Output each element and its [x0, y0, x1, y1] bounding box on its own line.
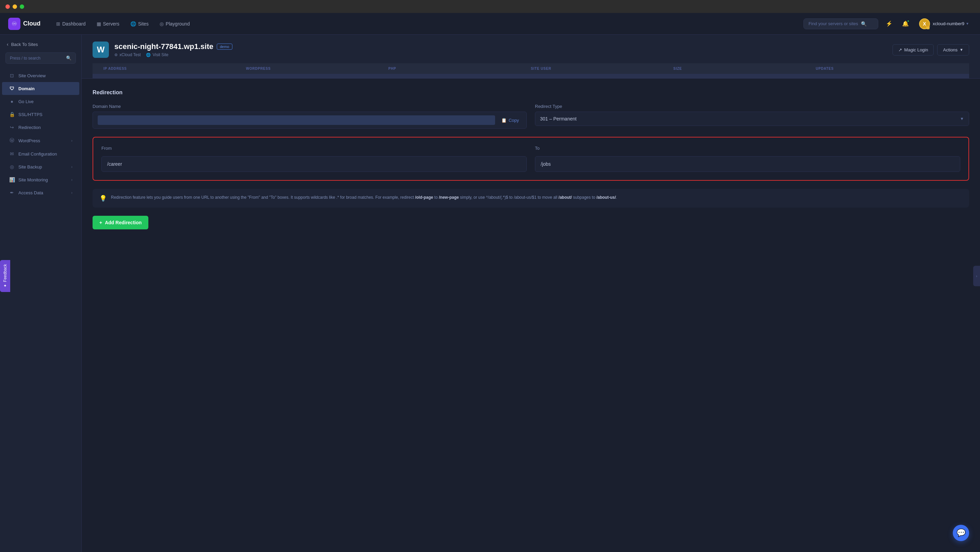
nav-item-playground[interactable]: ◎ Playground	[155, 18, 195, 29]
nav-label-sites: Sites	[138, 21, 149, 27]
search-placeholder: Find your servers or sites	[808, 21, 858, 26]
sidebar-item-redirection[interactable]: ↪ Redirection	[2, 121, 79, 134]
sidebar-item-label: Site Backup	[18, 164, 42, 169]
redirection-icon: ↪	[9, 124, 15, 130]
content-area: W scenic-night-77841.wp1.site demo ⚙ xCl…	[82, 35, 980, 552]
global-search[interactable]: Find your servers or sites 🔍	[803, 18, 878, 29]
user-menu[interactable]: X 👑 xcloud-number9 ▼	[916, 17, 972, 31]
sidebar-search[interactable]: Press / to search 🔍	[5, 52, 76, 64]
sidebar-item-label: Go Live	[18, 99, 34, 104]
window-minimize-dot[interactable]	[13, 5, 17, 9]
right-collapse-handle[interactable]: ›	[973, 266, 980, 286]
nav-item-servers[interactable]: ▦ Servers	[92, 18, 124, 29]
actions-label: Actions	[943, 47, 958, 52]
xcloud-icon: ⚙	[115, 53, 118, 57]
main-content: Redirection Domain Name 📋 Copy Redirect …	[82, 79, 980, 552]
stats-loading-bar	[92, 74, 969, 78]
sidebar-item-email-config[interactable]: ✉ Email Configuration	[2, 147, 79, 160]
sidebar-item-ssl-https[interactable]: 🔒 SSL/HTTPS	[2, 108, 79, 121]
stat-size: SIZE	[673, 67, 816, 70]
search-icon: 🔍	[861, 21, 867, 27]
from-input[interactable]: /career	[102, 156, 527, 172]
dashboard-icon: ⊞	[56, 21, 60, 27]
domain-icon: 🛡	[9, 86, 15, 91]
section-title: Redirection	[92, 89, 969, 95]
sidebar-item-access-data[interactable]: ✒ Access Data ›	[2, 186, 79, 199]
info-icon: 💡	[99, 195, 107, 202]
add-icon: +	[99, 220, 102, 225]
copy-icon: 📋	[501, 118, 507, 123]
notifications-button[interactable]: 🔔	[900, 18, 911, 29]
sidebar: ‹ Back To Sites Press / to search 🔍 ⊡ Si…	[0, 35, 82, 552]
stat-wordpress: WORDPRESS	[246, 67, 388, 70]
add-redirection-button[interactable]: + Add Redirection	[92, 216, 148, 229]
sidebar-item-go-live[interactable]: ● Go Live	[2, 95, 79, 108]
back-chevron-icon: ‹	[7, 41, 8, 47]
from-to-grid: From /career To /jobs	[102, 146, 960, 172]
sidebar-item-label: WordPress	[18, 138, 40, 143]
copy-label: Copy	[509, 118, 519, 123]
visit-site-text: Visit Site	[153, 52, 168, 57]
chat-button[interactable]: 💬	[953, 525, 969, 541]
visit-icon: 🌐	[146, 53, 151, 57]
site-name: scenic-night-77841.wp1.site demo	[115, 42, 887, 51]
site-name-text: scenic-night-77841.wp1.site	[115, 42, 213, 51]
window-maximize-dot[interactable]	[20, 5, 24, 9]
feedback-label: ✦ Feedback	[3, 264, 8, 288]
sidebar-item-label: SSL/HTTPS	[18, 112, 43, 117]
magic-login-label: Magic Login	[904, 47, 928, 52]
sidebar-item-site-backup[interactable]: ◎ Site Backup ›	[2, 160, 79, 173]
feedback-tab[interactable]: ✦ Feedback	[0, 260, 10, 292]
window-close-dot[interactable]	[5, 5, 10, 9]
sidebar-item-site-monitoring[interactable]: 📊 Site Monitoring ›	[2, 173, 79, 186]
xcloud-test-link[interactable]: ⚙ xCloud Test	[115, 52, 140, 57]
info-box: 💡 Redirection feature lets you guide use…	[92, 189, 969, 208]
nav-label-playground: Playground	[166, 21, 190, 27]
user-chevron-icon: ▼	[966, 22, 969, 25]
email-icon: ✉	[9, 151, 15, 157]
nav-item-dashboard[interactable]: ⊞ Dashboard	[51, 18, 91, 29]
visit-site-link[interactable]: 🌐 Visit Site	[146, 52, 168, 57]
nav-item-sites[interactable]: 🌐 Sites	[126, 18, 153, 29]
to-input[interactable]: /jobs	[535, 156, 960, 172]
sidebar-item-label: Site Overview	[18, 73, 46, 78]
sidebar-item-label: Email Configuration	[18, 151, 57, 157]
domain-name-input-row: 📋 Copy	[92, 111, 527, 129]
actions-chevron-icon: ▼	[959, 48, 963, 52]
chat-icon: 💬	[956, 528, 966, 538]
magic-login-button[interactable]: ↗ Magic Login	[892, 44, 934, 56]
redirect-type-value: 301 – Permanent	[540, 116, 576, 121]
chevron-right-icon: ›	[71, 191, 73, 195]
stat-site-user: SITE USER	[531, 67, 673, 70]
sidebar-item-site-overview[interactable]: ⊡ Site Overview	[2, 69, 79, 82]
sidebar-item-domain[interactable]: 🛡 Domain	[2, 82, 79, 95]
wordpress-icon: Ⓦ	[9, 137, 15, 144]
nav-right: Find your servers or sites 🔍 ⚡ 🔔 X 👑 xcl…	[803, 17, 972, 31]
stat-updates: UPDATES	[816, 67, 958, 70]
redirect-type-select[interactable]: 301 – Permanent ▼	[535, 111, 969, 126]
redirect-type-group: Redirect Type 301 – Permanent ▼	[535, 104, 969, 129]
to-label: To	[535, 146, 960, 151]
copy-button[interactable]: 📋 Copy	[498, 116, 522, 124]
info-text: Redirection feature lets you guide users…	[111, 194, 617, 201]
to-group: To /jobs	[535, 146, 960, 172]
add-redirection-label: Add Redirection	[105, 220, 142, 225]
magic-login-icon: ↗	[898, 47, 902, 52]
chevron-right-icon: ›	[71, 138, 73, 143]
logo[interactable]: ♾ Cloud	[8, 18, 40, 30]
logo-text: Cloud	[23, 20, 40, 27]
wordpress-logo: W	[92, 41, 109, 58]
site-title-info: scenic-night-77841.wp1.site demo ⚙ xClou…	[115, 42, 887, 57]
sidebar-item-wordpress[interactable]: Ⓦ WordPress ›	[2, 134, 79, 147]
back-to-sites-button[interactable]: ‹ Back To Sites	[0, 35, 81, 52]
actions-button[interactable]: Actions ▼	[937, 44, 969, 56]
stat-php: PHP	[388, 67, 531, 70]
window-chrome	[0, 0, 980, 13]
domain-name-group: Domain Name 📋 Copy	[92, 104, 527, 129]
activity-button[interactable]: ⚡	[884, 18, 894, 29]
from-label: From	[102, 146, 527, 151]
avatar: X 👑	[919, 18, 930, 29]
top-navigation: ♾ Cloud ⊞ Dashboard ▦ Servers 🌐 Sites ◎ …	[0, 13, 980, 35]
sidebar-navigation: ⊡ Site Overview 🛡 Domain ● Go Live 🔒 SSL…	[0, 69, 81, 552]
playground-icon: ◎	[159, 21, 164, 27]
